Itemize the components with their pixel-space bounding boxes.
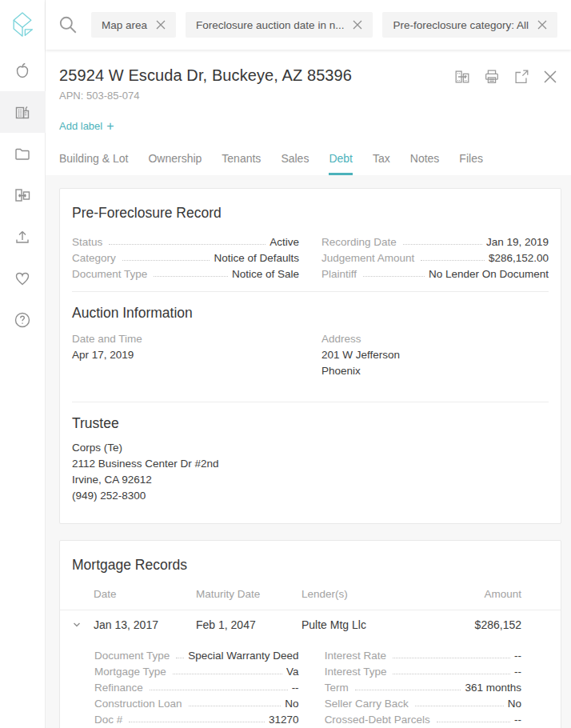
- section-title-pre-foreclosure: Pre-Foreclosure Record: [72, 205, 549, 222]
- building-icon: [13, 102, 32, 122]
- mortgage-details-left-column: Document Type Special Warranty Deed Mort…: [94, 646, 299, 726]
- property-header: 25924 W Escuda Dr, Buckeye, AZ 85396: [46, 50, 571, 133]
- property-tabs: Building & Lot Ownership Tenants Sales D…: [46, 133, 571, 175]
- field-refinance: Refinance --: [94, 678, 299, 694]
- tab-notes[interactable]: Notes: [410, 152, 440, 175]
- field-status: Status Active: [72, 232, 299, 248]
- open-external-button[interactable]: [513, 68, 530, 86]
- tab-ownership[interactable]: Ownership: [148, 152, 202, 175]
- sidebar: [0, 0, 46, 728]
- plus-icon: +: [106, 121, 114, 131]
- printer-icon: [483, 68, 501, 86]
- pre-foreclosure-left-column: Status Active Category Notice of Default…: [72, 232, 299, 280]
- filter-chip-preforeclosure-category[interactable]: Pre-foreclosure category: All: [382, 12, 557, 38]
- tab-files[interactable]: Files: [459, 152, 483, 175]
- trustee-city: Irvine, CA 92612: [72, 472, 549, 488]
- close-property-button[interactable]: [542, 69, 558, 85]
- sidebar-item-folders[interactable]: [0, 133, 46, 174]
- mortgage-table-header: Date Maturity Date Lender(s) Amount: [60, 574, 561, 610]
- pre-foreclosure-card: Pre-Foreclosure Record Status Active Cat…: [59, 188, 561, 524]
- field-interest-rate: Interest Rate --: [325, 646, 521, 662]
- search-filter-bar: Map area Foreclosure auction date in n..…: [46, 0, 571, 50]
- auction-address-block: Address 201 W Jefferson Phoenix: [321, 331, 549, 379]
- filter-chip-map-area[interactable]: Map area: [91, 12, 176, 38]
- mortgage-maturity-date: Feb 1, 2047: [196, 618, 301, 631]
- tab-tenants[interactable]: Tenants: [222, 152, 261, 175]
- field-interest-type: Interest Type --: [325, 662, 521, 678]
- search-icon[interactable]: [58, 14, 78, 35]
- sidebar-item-apple[interactable]: [0, 50, 46, 91]
- auction-address-line: Phoenix: [321, 363, 549, 379]
- debt-tab-content: Pre-Foreclosure Record Status Active Cat…: [46, 175, 571, 728]
- mortgage-amount: $286,152: [433, 618, 521, 631]
- field-plaintiff: Plaintiff No Lender On Document: [321, 264, 549, 280]
- field-term: Term 361 months: [325, 678, 521, 694]
- tab-tax[interactable]: Tax: [373, 152, 390, 175]
- comps-button[interactable]: [453, 68, 471, 86]
- column-header-maturity-date: Maturity Date: [196, 588, 301, 600]
- field-construction-loan: Construction Loan No: [94, 694, 299, 710]
- collapse-row-button[interactable]: [72, 620, 94, 630]
- column-header-lenders: Lender(s): [301, 588, 433, 600]
- mortgage-details-right-column: Interest Rate -- Interest Type -- Term 3…: [325, 646, 521, 726]
- auction-date-label: Date and Time: [72, 331, 299, 347]
- heart-icon: [13, 269, 32, 288]
- chevron-down-icon: [72, 620, 82, 630]
- mortgage-record-row[interactable]: Jan 13, 2017 Feb 1, 2047 Pulte Mtg Llc $…: [60, 610, 561, 639]
- sidebar-item-properties[interactable]: [0, 91, 46, 133]
- section-divider: [72, 291, 549, 292]
- remove-filter-icon[interactable]: [353, 20, 362, 30]
- column-header-date: Date: [94, 588, 196, 600]
- comps-icon: [453, 68, 471, 86]
- field-judgement-amount: Judgement Amount $286,152.00: [321, 248, 549, 264]
- app-logo: [0, 0, 46, 50]
- auction-date-block: Date and Time Apr 17, 2019: [72, 331, 299, 379]
- auction-address-label: Address: [321, 331, 549, 347]
- app-window: Map area Foreclosure auction date in n..…: [0, 0, 571, 728]
- pre-foreclosure-right-column: Recording Date Jan 19, 2019 Judgement Am…: [321, 232, 549, 280]
- field-document-type: Document Type Special Warranty Deed: [94, 646, 299, 662]
- auction-address-line: 201 W Jefferson: [321, 347, 549, 363]
- field-mortgage-type: Mortgage Type Va: [94, 662, 299, 678]
- section-title-auction: Auction Information: [72, 305, 549, 322]
- tab-debt[interactable]: Debt: [329, 152, 353, 175]
- field-doc-number: Doc # 31270: [94, 710, 299, 726]
- field-seller-carry-back: Seller Carry Back No: [325, 694, 521, 710]
- filter-chip-label: Pre-foreclosure category: All: [393, 19, 529, 31]
- folder-icon: [13, 144, 32, 163]
- logo-icon: [6, 9, 38, 41]
- trustee-details: Corps (Te) 2112 Business Center Dr #2nd …: [72, 440, 549, 504]
- filter-chip-label: Map area: [102, 19, 147, 31]
- sidebar-item-favorites[interactable]: [0, 258, 46, 299]
- auction-date-value: Apr 17, 2019: [72, 347, 299, 363]
- add-label-button[interactable]: Add label +: [59, 120, 114, 132]
- field-category: Category Notice of Defaults: [72, 248, 299, 264]
- field-crossed-debt-parcels: Crossed-Debt Parcels --: [325, 710, 521, 726]
- apn-label: APN: 503-85-074: [59, 90, 558, 102]
- tab-building-lot[interactable]: Building & Lot: [59, 152, 128, 175]
- remove-filter-icon[interactable]: [156, 20, 166, 30]
- main-panel: Map area Foreclosure auction date in n..…: [46, 0, 571, 728]
- close-icon: [542, 69, 558, 85]
- property-address-title: 25924 W Escuda Dr, Buckeye, AZ 85396: [59, 66, 352, 85]
- upload-icon: [13, 227, 32, 246]
- mortgage-date: Jan 13, 2017: [94, 618, 196, 631]
- section-title-mortgage-records: Mortgage Records: [60, 557, 561, 574]
- filter-chip-label: Foreclosure auction date in n...: [196, 19, 344, 31]
- help-icon: [13, 310, 32, 330]
- filter-chip-auction-date[interactable]: Foreclosure auction date in n...: [186, 12, 373, 38]
- sidebar-item-export[interactable]: [0, 216, 46, 258]
- apple-icon: [13, 61, 32, 80]
- mortgage-lender: Pulte Mtg Llc: [301, 618, 433, 631]
- column-header-amount: Amount: [433, 588, 521, 600]
- sidebar-item-comps[interactable]: [0, 174, 46, 216]
- tab-sales[interactable]: Sales: [281, 152, 309, 175]
- comps-icon: [13, 186, 32, 205]
- external-link-icon: [513, 68, 530, 86]
- mortgage-records-card: Mortgage Records Date Maturity Date Lend…: [59, 540, 561, 728]
- field-document-type: Document Type Notice of Sale: [72, 264, 299, 280]
- remove-filter-icon[interactable]: [537, 20, 547, 30]
- sidebar-item-help[interactable]: [0, 299, 46, 341]
- print-button[interactable]: [483, 68, 501, 86]
- trustee-street: 2112 Business Center Dr #2nd: [72, 456, 549, 472]
